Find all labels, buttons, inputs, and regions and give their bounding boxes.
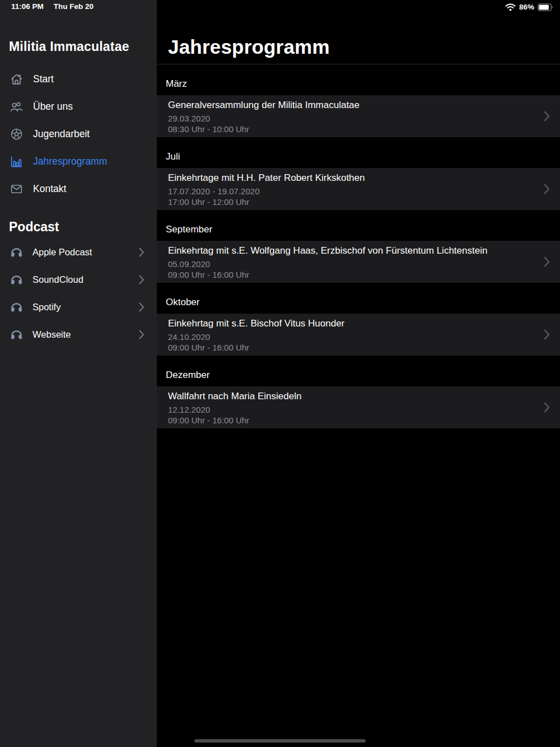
event-time: 09:00 Uhr - 16:00 Uhr — [168, 415, 537, 426]
sidebar: 11:06 PM Thu Feb 20 Militia Immaculatae … — [0, 0, 157, 747]
status-bar-left: 11:06 PM Thu Feb 20 — [11, 2, 94, 11]
headphones-icon — [9, 245, 24, 260]
event-date: 24.10.2020 — [168, 332, 537, 342]
main-content: 86% Jahresprogramm März Generalversammlu… — [157, 0, 560, 747]
event-text: Generalversammlung der Militia Immaculat… — [168, 99, 537, 134]
chevron-right-icon — [544, 184, 550, 194]
battery-icon — [538, 3, 553, 11]
event-date: 17.07.2020 - 19.07.2020 — [168, 186, 537, 197]
wifi-icon — [505, 3, 516, 11]
soccer-ball-icon — [9, 127, 24, 142]
section-header-juli: Juli — [157, 137, 560, 168]
chevron-right-icon — [139, 330, 144, 339]
sidebar-item-label: Jahresprogramm — [33, 156, 107, 167]
section-month-label: Oktober — [166, 297, 199, 308]
event-text: Einkehrtage mit H.H. Pater Robert Kirksk… — [168, 171, 537, 207]
event-title: Generalversammlung der Militia Immaculat… — [168, 100, 537, 111]
event-time: 09:00 Uhr - 16:00 Uhr — [168, 269, 537, 280]
event-list: März Generalversammlung der Militia Imma… — [157, 64, 560, 428]
people-icon — [9, 100, 24, 114]
event-date: 12.12.2020 — [168, 404, 537, 415]
section-month-label: März — [166, 78, 187, 90]
sidebar-item-label: Jugendarbeit — [33, 128, 90, 140]
sidebar-item-label: Start — [33, 73, 54, 85]
event-title: Einkehrtag mit s.E. Bischof Vitus Huonde… — [168, 318, 537, 329]
event-row-einkehrtage-kirkskothen[interactable]: Einkehrtage mit H.H. Pater Robert Kirksk… — [157, 168, 560, 210]
chevron-right-icon — [544, 256, 550, 267]
sidebar-item-jahresprogramm[interactable]: Jahresprogramm — [0, 148, 157, 175]
envelope-icon — [9, 182, 24, 197]
sidebar-item-start[interactable]: Start — [0, 66, 157, 93]
chevron-right-icon — [139, 248, 144, 257]
page-title: Jahresprogramm — [168, 36, 560, 58]
event-time: 08:30 Uhr - 10:00 Uhr — [168, 124, 537, 134]
sidebar-item-label: Kontakt — [33, 183, 66, 195]
section-month-label: Dezember — [166, 370, 209, 381]
podcast-item-webseite[interactable]: Webseite — [0, 321, 157, 348]
section-header-maerz: März — [157, 64, 560, 95]
sidebar-item-label: Über uns — [33, 101, 73, 113]
event-text: Einkehrtag mit s.E. Bischof Vitus Huonde… — [168, 317, 537, 353]
event-title: Einkehrtag mit s.E. Wolfgang Haas, Erzbi… — [168, 245, 537, 256]
event-row-wallfahrt-einsiedeln[interactable]: Wallfahrt nach Maria Einsiedeln 12.12.20… — [157, 386, 560, 428]
home-icon — [9, 72, 24, 87]
sidebar-app-title: Militia Immaculatae — [9, 39, 129, 54]
podcast-item-label: Spotify — [32, 302, 139, 312]
battery-percent: 86% — [519, 3, 534, 11]
podcast-item-apple-podcast[interactable]: Apple Podcast — [0, 239, 157, 266]
podcast-item-spotify[interactable]: Spotify — [0, 293, 157, 321]
sidebar-item-kontakt[interactable]: Kontakt — [0, 175, 157, 203]
event-date: 29.03.2020 — [168, 113, 537, 124]
sidebar-item-jugendarbeit[interactable]: Jugendarbeit — [0, 120, 157, 148]
status-bar-right: 86% — [505, 3, 553, 11]
headphones-icon — [9, 300, 24, 315]
event-date: 05.09.2020 — [168, 259, 537, 269]
chevron-right-icon — [544, 111, 550, 122]
status-date: Thu Feb 20 — [54, 2, 94, 11]
section-month-label: September — [166, 224, 212, 235]
bar-chart-icon — [9, 155, 24, 169]
section-month-label: Juli — [166, 151, 180, 162]
event-row-generalversammlung[interactable]: Generalversammlung der Militia Immaculat… — [157, 95, 560, 137]
chevron-right-icon — [544, 329, 550, 340]
podcast-list: Apple Podcast SoundCloud — [0, 239, 157, 348]
sidebar-nav: Start Über uns — [0, 66, 157, 203]
podcast-item-label: Apple Podcast — [32, 247, 139, 258]
event-row-einkehrtag-haas[interactable]: Einkehrtag mit s.E. Wolfgang Haas, Erzbi… — [157, 241, 560, 283]
event-time: 17:00 Uhr - 12:00 Uhr — [168, 197, 537, 207]
section-header-oktober: Oktober — [157, 283, 560, 314]
event-title: Wallfahrt nach Maria Einsiedeln — [168, 391, 537, 402]
section-header-september: September — [157, 210, 560, 241]
podcast-section-title: Podcast — [9, 220, 59, 235]
sidebar-item-ueber-uns[interactable]: Über uns — [0, 93, 157, 120]
headphones-icon — [9, 273, 24, 287]
status-time: 11:06 PM — [11, 2, 44, 11]
chevron-right-icon — [544, 402, 550, 413]
section-header-dezember: Dezember — [157, 356, 560, 386]
event-title: Einkehrtage mit H.H. Pater Robert Kirksk… — [168, 172, 537, 184]
event-row-einkehrtag-huonder[interactable]: Einkehrtag mit s.E. Bischof Vitus Huonde… — [157, 314, 560, 356]
podcast-item-label: Webseite — [32, 329, 139, 340]
podcast-item-soundcloud[interactable]: SoundCloud — [0, 266, 157, 293]
app-screen: 11:06 PM Thu Feb 20 Militia Immaculatae … — [0, 0, 560, 747]
chevron-right-icon — [139, 302, 144, 312]
chevron-right-icon — [139, 275, 144, 284]
headphones-icon — [9, 328, 24, 342]
home-indicator[interactable] — [194, 739, 366, 743]
event-time: 09:00 Uhr - 16:00 Uhr — [168, 342, 537, 353]
event-text: Wallfahrt nach Maria Einsiedeln 12.12.20… — [168, 390, 537, 426]
page-header: Jahresprogramm — [157, 0, 560, 64]
podcast-item-label: SoundCloud — [32, 274, 139, 285]
event-text: Einkehrtag mit s.E. Wolfgang Haas, Erzbi… — [168, 244, 537, 280]
